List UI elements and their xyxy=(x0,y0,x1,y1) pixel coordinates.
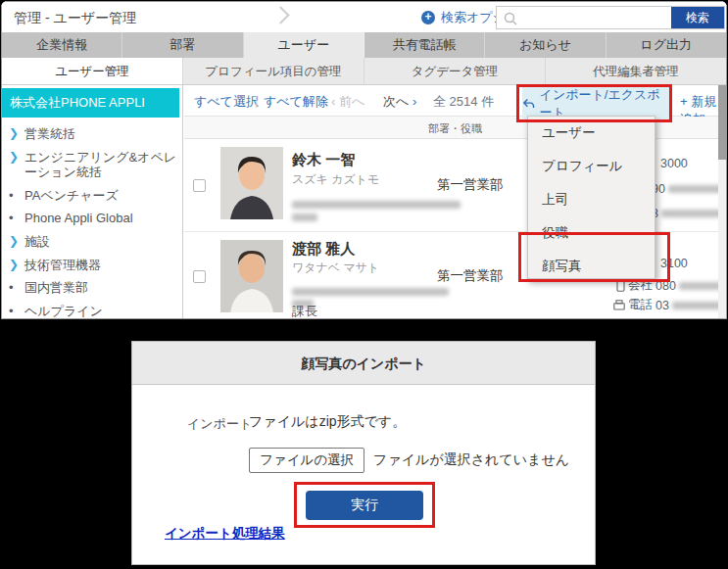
user-photo xyxy=(220,147,283,219)
top-bar: 管理 - ユーザー管理 + 検索オプション 検索 xyxy=(2,2,726,32)
chevron-right-icon: ❯ xyxy=(9,150,24,180)
deselect-all-link[interactable]: すべて解除 xyxy=(264,93,328,111)
bullet-icon: • xyxy=(9,188,24,204)
subtab-profile-items[interactable]: プロフィール項目の管理 xyxy=(183,58,364,84)
import-result-link[interactable]: インポート処理結果 xyxy=(165,525,285,543)
dropdown-item-profile[interactable]: プロフィール xyxy=(528,150,655,183)
bullet-icon: • xyxy=(9,211,24,226)
user-kana: ワタナベ マサト xyxy=(292,260,379,276)
chevron-right-icon: ❯ xyxy=(9,258,24,273)
subtab-user-management[interactable]: ユーザー管理 xyxy=(2,58,183,84)
face-photo-import-dialog: 顔写真のインポート インポート ファイルはzip形式です。 ファイルの選択 ファ… xyxy=(131,341,596,565)
user-extension: 3000 xyxy=(660,157,688,170)
row-checkbox[interactable] xyxy=(193,270,206,283)
vertical-scrollbar[interactable] xyxy=(718,85,726,318)
search-input[interactable]: 検索 xyxy=(496,6,725,29)
user-mobile: 090 xyxy=(645,182,727,196)
user-phone: 03 xyxy=(645,207,722,220)
subtab-tag-data[interactable]: タグデータ管理 xyxy=(364,58,546,84)
sidebar-item-company[interactable]: 株式会社PHONE APPLI xyxy=(2,88,179,118)
sidebar-item-engineering-ops[interactable]: ❯エンジニアリング&オペレーション統括 xyxy=(2,146,182,184)
user-title: 課長 xyxy=(292,303,317,319)
user-dept: 第一営業部 xyxy=(437,267,504,285)
select-all-link[interactable]: すべて選択 xyxy=(194,93,259,111)
import-export-dropdown: ユーザー プロフィール 上司 役職 顔写真 xyxy=(527,116,655,279)
breadcrumb-chevron-icon xyxy=(271,6,289,24)
sidebar-item-helpline[interactable]: •ヘルプライン xyxy=(2,300,182,319)
department-tree: ❯営業統括 ❯エンジニアリング&オペレーション統括 •PAベンチャーズ •Pho… xyxy=(2,122,182,319)
prev-page-link: ‹ 前へ xyxy=(331,93,364,111)
sub-tabs: ユーザー管理 プロフィール項目の管理 タグデータ管理 代理編集者管理 xyxy=(2,58,726,85)
file-status-text: ファイルが選択されていません xyxy=(373,451,569,469)
tab-company-info[interactable]: 企業情報 xyxy=(2,32,122,58)
tab-department[interactable]: 部署 xyxy=(122,32,243,58)
bullet-icon: • xyxy=(9,280,24,296)
user-phone: 電話 03 xyxy=(613,297,727,313)
dropdown-item-role[interactable]: 役職 xyxy=(528,216,655,250)
divider: | xyxy=(255,93,258,108)
chevron-right-icon: ❯ xyxy=(9,126,24,142)
sidebar-item-domestic-sales[interactable]: •国内営業部 xyxy=(2,276,182,300)
breadcrumb: 管理 - ユーザー管理 xyxy=(14,10,136,27)
user-kana: スズキ カズトモ xyxy=(292,171,379,188)
bullet-icon: • xyxy=(9,304,24,319)
fax-phone-icon xyxy=(613,300,625,310)
sidebar-item-sales-group[interactable]: ❯営業統括 xyxy=(2,122,182,146)
user-email-redacted xyxy=(292,282,449,300)
plus-circle-icon: + xyxy=(421,11,435,24)
list-toolbar: すべて選択 | すべて解除 ‹ 前へ 次へ › 全 2514 件 インポート/エ… xyxy=(184,85,726,117)
tab-shared-phonebook[interactable]: 共有電話帳 xyxy=(364,32,485,58)
sidebar-item-tech-equipment[interactable]: ❯技術管理機器 xyxy=(2,254,182,277)
file-picker-row: ファイルの選択 ファイルが選択されていません xyxy=(249,448,569,473)
sidebar-item-facility[interactable]: ❯施設 xyxy=(2,230,182,254)
dropdown-item-boss[interactable]: 上司 xyxy=(528,183,655,216)
row-checkbox[interactable] xyxy=(193,179,206,192)
tab-log-output[interactable]: ログ出力 xyxy=(607,32,726,58)
import-arrow-icon xyxy=(522,98,535,110)
zip-format-note: ファイルはzip形式です。 xyxy=(249,413,406,431)
next-page-link[interactable]: 次へ › xyxy=(383,93,416,111)
sidebar-item-phone-appli-global[interactable]: •Phone Appli Global xyxy=(2,207,182,230)
tab-user[interactable]: ユーザー xyxy=(244,32,364,58)
import-label: インポート xyxy=(187,415,252,433)
chevron-right-icon: ❯ xyxy=(9,234,24,250)
sidebar-item-pa-ventures[interactable]: •PAベンチャーズ xyxy=(2,184,182,208)
main-tabs: 企業情報 部署 ユーザー 共有電話帳 お知らせ ログ出力 xyxy=(2,32,726,58)
dialog-title: 顔写真のインポート xyxy=(132,342,595,385)
user-dept: 第一営業部 xyxy=(437,176,504,194)
subtab-proxy-editor[interactable]: 代理編集者管理 xyxy=(546,58,726,84)
admin-window: 管理 - ユーザー管理 + 検索オプション 検索 企業情報 部署 ユーザー 共有… xyxy=(1,1,727,319)
screenshot-frame: 管理 - ユーザー管理 + 検索オプション 検索 企業情報 部署 ユーザー 共有… xyxy=(0,0,728,569)
run-button[interactable]: 実行 xyxy=(306,491,423,520)
dropdown-item-user[interactable]: ユーザー xyxy=(528,117,655,150)
department-sidebar: 株式会社PHONE APPLI ❯営業統括 ❯エンジニアリング&オペレーション統… xyxy=(2,85,183,318)
search-button[interactable]: 検索 xyxy=(671,7,724,28)
choose-file-button[interactable]: ファイルの選択 xyxy=(249,448,364,473)
user-name: 渡部 雅人 xyxy=(292,240,355,259)
user-extension: 3100 xyxy=(660,257,688,270)
search-icon xyxy=(504,12,517,25)
column-header-dept: 部署・役職 xyxy=(428,121,482,136)
total-count: 全 2514 件 xyxy=(433,93,494,111)
user-name: 鈴木 一智 xyxy=(292,151,355,169)
scrollbar-thumb[interactable] xyxy=(718,85,726,160)
user-email-redacted xyxy=(292,208,317,225)
user-photo xyxy=(220,240,283,312)
tab-news[interactable]: お知らせ xyxy=(485,32,606,58)
dropdown-item-face-photo[interactable]: 顔写真 xyxy=(528,250,655,283)
